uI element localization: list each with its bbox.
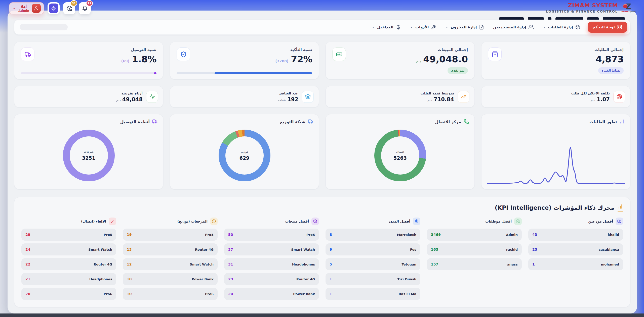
kpi-row[interactable]: Tetouan 5 (326, 258, 420, 270)
kpi-row[interactable]: casablanca 25 (528, 243, 623, 255)
kpi-row[interactable]: Pro5 29 (21, 229, 116, 241)
logo-caption-bottom: System (628, 11, 636, 13)
kpi-row-name: Fes (410, 248, 416, 251)
stat-badge: نشاط الفترة (598, 67, 624, 74)
kpi-row[interactable]: rachid 165 (427, 243, 522, 255)
kpi-row[interactable]: Power Bank 10 (123, 273, 218, 285)
stats-row-2: تكلفة الاعلان لكل طلب 1.07د.م متوسط قيمة… (14, 86, 630, 108)
kpi-rows: Marrakech 8 Fes 9 Tetouan 5 Tizi Ouasli … (326, 229, 420, 300)
kpi-row-name: Smart Watch (190, 262, 214, 266)
activity-icon (146, 91, 158, 103)
chart-title: شبكة التوزيع (280, 120, 305, 124)
stat-card-confirmation-rate: نسبة التأكيد 72%(3788) (170, 42, 319, 79)
kpi-row-value: 10 (127, 292, 132, 296)
brand-title: ZIMAM SYSTEM (546, 2, 618, 9)
inventory-search-button[interactable]: 31 (63, 2, 75, 14)
stat-count: (69) (121, 59, 129, 63)
stat-title: نسبة التوصيل (121, 47, 156, 52)
kpi-row[interactable]: Smart Watch 12 (123, 258, 218, 270)
kpi-row[interactable]: Router 4G 29 (224, 273, 319, 285)
package-icon (311, 218, 319, 225)
chevron-down-icon (12, 7, 16, 10)
stat-value: 4,873 (596, 54, 624, 64)
kpi-row[interactable]: Power Bank 20 (224, 288, 319, 300)
notifications-badge: 11 (86, 0, 93, 6)
kpi-row[interactable]: Router 4G 22 (21, 258, 116, 270)
nav-item-dashboard[interactable]: لوحة التحكم (588, 22, 627, 33)
kpi-row-value: 19 (127, 233, 132, 237)
nav-item-inventory[interactable]: إدارة المخزون (441, 22, 488, 32)
kpi-row[interactable]: Pro6 10 (123, 288, 218, 300)
kpi-row-value: 22 (25, 262, 30, 266)
donut-chart: اتصال 5263 (374, 130, 426, 181)
greeting-text: أهلا (21, 5, 27, 9)
kpi-row[interactable]: Headphones 31 (224, 258, 319, 270)
currency-unit: د.م (116, 98, 121, 102)
kpi-column-cancellations-call: الإلغاء (اتصال) Pro5 29 Smart Watch 24 R… (21, 218, 116, 300)
stat-card-total-sales: إجمالي المبيعات 49,048.0د.م نمو نقدي (326, 42, 475, 79)
notifications-button[interactable]: 11 (79, 2, 91, 14)
kpi-row[interactable]: Pro5 50 (224, 229, 319, 241)
kpi-row[interactable]: Router 4G 13 (123, 243, 218, 255)
donut-center-label: توزيع (239, 150, 250, 153)
kpi-row[interactable]: Pro5 19 (123, 229, 218, 241)
alert-icon (210, 218, 218, 225)
kpi-row-value: 24 (25, 247, 30, 251)
brand: ZIMAM SYSTEM LOGISTICS & FINANCE CONTROL… (546, 2, 635, 13)
kpi-row-name: mohamed (601, 262, 619, 266)
kpi-row[interactable]: Fes 9 (326, 243, 420, 255)
kpi-row-value: 165 (431, 247, 438, 251)
app-window: ZIMAM SYSTEM LOGISTICS & FINANCE CONTROL… (0, 0, 644, 317)
kpi-row-value: 21 (25, 277, 30, 281)
chevron-down-icon (543, 26, 546, 29)
kpi-column-label: أفضل منتجات (285, 219, 309, 223)
kpi-row[interactable]: Smart Watch 24 (21, 243, 116, 255)
nav-item-orders[interactable]: إدارة الطلبات (539, 22, 584, 32)
stat-card-items-count: عدد العناصر 192قطعة (170, 86, 319, 108)
kpi-row[interactable]: Marrakech 8 (326, 229, 420, 241)
user-menu-chip[interactable]: أهلا Admin (9, 2, 44, 14)
users-icon (514, 218, 522, 225)
kpi-row-value: 31 (228, 262, 233, 266)
truck-icon (616, 218, 623, 225)
kpi-row[interactable]: Admin 3469 (427, 229, 522, 241)
kpi-row-name: Power Bank (192, 277, 214, 281)
unit-label: قطعة (278, 98, 286, 102)
progress-track (21, 72, 156, 74)
kpi-row[interactable]: Headphones 21 (21, 273, 116, 285)
stat-value: 72% (291, 54, 312, 64)
kpi-row[interactable]: khalid 43 (528, 229, 623, 241)
kpi-row-name: Smart Watch (88, 248, 112, 251)
nav-item-users[interactable]: إدارة المستخدمين (489, 22, 537, 32)
kpi-rows: Pro5 19 Router 4G 13 Smart Watch 12 Powe… (123, 229, 218, 300)
kpi-column-label: أفضل موزعين (588, 219, 613, 223)
trending-up-icon (458, 91, 469, 103)
wrench-icon (431, 25, 436, 30)
kpi-row-name: Router 4G (195, 248, 214, 251)
kpi-row[interactable]: Smart Watch 37 (224, 243, 319, 255)
kpi-row-value: 20 (228, 292, 233, 296)
kpi-row-value: 25 (532, 247, 537, 251)
layers-icon (302, 91, 314, 103)
kpi-row[interactable]: Tizi Ouasli 1 (326, 273, 420, 285)
progress-fill (215, 72, 312, 74)
kpi-row-value: 29 (25, 233, 30, 237)
kpi-column-returns-distribution: المرجعات (توزيع) Pro5 19 Router 4G 13 Sm… (123, 218, 218, 300)
kpi-row-name: anass (507, 262, 518, 266)
theme-toggle-button[interactable] (48, 2, 60, 14)
chart-card-call-center: مركز الاتصال اتصال 5263 (326, 114, 475, 189)
nav-items: لوحة التحكم إدارة الطلبات إدارة المستخدم… (368, 22, 627, 33)
nav-item-tools[interactable]: الأدوات (406, 22, 440, 32)
kpi-row-name: Pro6 (104, 292, 112, 296)
progress-fill (154, 72, 156, 74)
stat-title: إجمالي المبيعات (416, 47, 468, 52)
nav-item-income[interactable]: المداخيل (368, 22, 405, 32)
kpi-row[interactable]: anass 157 (427, 258, 522, 270)
nav-label: إدارة الطلبات (548, 25, 573, 29)
kpi-row-name: Power Bank (293, 292, 315, 296)
kpi-rows: Admin 3469 rachid 165 anass 157 (427, 229, 522, 270)
kpi-row[interactable]: Ras El Ma 1 (326, 288, 420, 300)
pin-icon (413, 218, 420, 225)
kpi-row[interactable]: mohamed 1 (528, 258, 623, 270)
kpi-row[interactable]: Pro6 20 (21, 288, 116, 300)
